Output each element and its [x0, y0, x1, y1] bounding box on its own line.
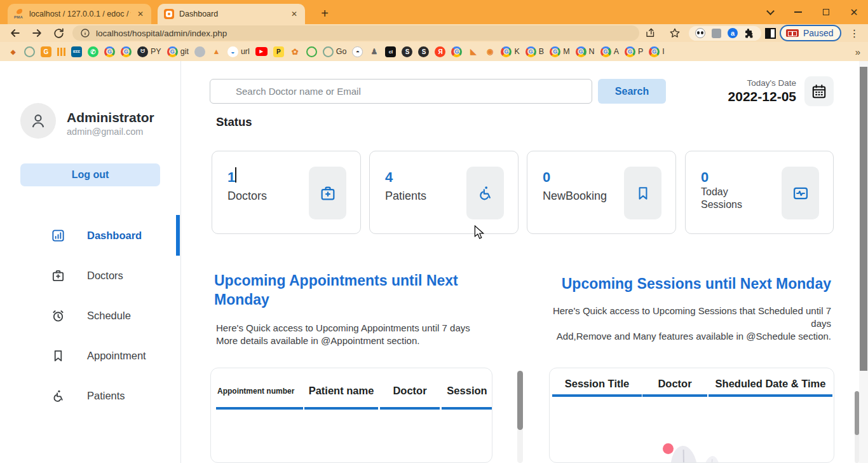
google-icon: [625, 46, 635, 57]
ieee-icon: IEEE: [71, 46, 82, 57]
close-button[interactable]: ✕: [840, 0, 868, 24]
bookmark-label: M: [563, 47, 569, 56]
reload-button[interactable]: [48, 25, 69, 41]
bookmark-item[interactable]: Я: [435, 46, 445, 57]
bookmark-item[interactable]: S: [418, 46, 429, 57]
bookmark-item[interactable]: [121, 46, 132, 57]
sidebar-item-schedule[interactable]: Schedule: [0, 301, 180, 329]
bookmark-item[interactable]: P: [625, 46, 643, 57]
bookmark-item[interactable]: [24, 46, 35, 57]
new-tab-button[interactable]: +: [315, 4, 334, 24]
bookmark-item[interactable]: ◣: [468, 46, 478, 57]
bookmark-item[interactable]: G: [41, 46, 51, 57]
bookmark-item[interactable]: P: [273, 46, 284, 57]
bookmark-icon: [635, 185, 651, 202]
forward-button[interactable]: [27, 25, 47, 41]
bookmark-item[interactable]: git: [167, 46, 189, 57]
a-extension-icon[interactable]: a: [728, 28, 738, 38]
reading-mode-icon[interactable]: [765, 28, 776, 39]
status-card-doctors: 1 Doctors: [212, 151, 361, 234]
bookmark-item[interactable]: [104, 46, 115, 57]
share-button[interactable]: [641, 25, 661, 41]
bookmarks-bar: ◆GIEEE✆ᗢPYgit▲◒url▶P✿Go◓♟clSSЯ◣◉KBMNAPI»: [0, 42, 868, 61]
back-button[interactable]: [5, 25, 25, 41]
sessions-scrollbar[interactable]: [855, 391, 859, 463]
tab-phpmyadmin[interactable]: localhost / 127.0.0.1 / edoc / web ✕: [8, 4, 151, 24]
appointments-scrollbar[interactable]: [517, 371, 523, 463]
card-label: Today Sessions: [701, 186, 771, 211]
scrollbar-thumb[interactable]: [517, 371, 523, 430]
address-bar[interactable]: localhost/hospital/admin/index.php: [72, 25, 639, 41]
bookmark-item[interactable]: K: [501, 46, 519, 57]
restore-button[interactable]: [812, 0, 840, 24]
sidebar-item-dashboard[interactable]: Dashboard: [0, 221, 180, 249]
bookmark-item[interactable]: cl: [385, 46, 396, 57]
bar-chart-icon: [51, 228, 65, 243]
bookmark-item[interactable]: ◉: [484, 46, 495, 57]
google-icon: [451, 46, 462, 57]
bookmark-item[interactable]: [451, 46, 462, 57]
s-site-icon: S: [418, 46, 429, 57]
today-sessions-count: 0: [701, 169, 709, 186]
minimize-button[interactable]: [784, 0, 812, 24]
gray-extension-icon[interactable]: [712, 29, 721, 38]
scrollbar-thumb[interactable]: [860, 67, 867, 371]
bookmark-item[interactable]: ▲: [211, 46, 222, 57]
bookmark-item[interactable]: ◓: [352, 46, 363, 57]
google-icon: [501, 46, 512, 57]
bookmark-item[interactable]: ▶: [255, 47, 268, 56]
pink-blob: [663, 443, 674, 454]
bookmark-item[interactable]: [306, 46, 317, 57]
bookmark-item[interactable]: A: [600, 46, 619, 57]
google-icon: [576, 46, 587, 57]
bookmark-item[interactable]: Go: [323, 46, 347, 57]
logout-button[interactable]: Log out: [20, 163, 160, 186]
browser-menu-button[interactable]: ⋮: [845, 27, 863, 39]
wheelchair-icon: [477, 184, 494, 202]
bookmark-item[interactable]: M: [550, 46, 569, 57]
google-icon: [649, 46, 660, 57]
bookmark-label: K: [514, 47, 519, 56]
sidebar-item-patients[interactable]: Patients: [0, 382, 180, 410]
search-button[interactable]: Search: [598, 79, 666, 104]
sidebar-item-appointment[interactable]: Appointment: [0, 342, 180, 370]
bookmark-item[interactable]: N: [576, 46, 595, 57]
bookmark-item[interactable]: S: [402, 46, 412, 57]
bookmark-item[interactable]: ◒url: [227, 46, 250, 57]
bookmark-item[interactable]: ᗢPY: [137, 46, 161, 57]
bookmark-item[interactable]: ✿: [290, 46, 301, 57]
bookmark-star-button[interactable]: [665, 25, 685, 41]
page-scrollbar[interactable]: [859, 61, 868, 463]
date-block: Today's Date 2022-12-05: [728, 78, 796, 104]
date-value: 2022-12-05: [728, 89, 796, 104]
scrollbar-thumb[interactable]: [855, 391, 859, 435]
tab-close-icon[interactable]: ✕: [290, 8, 299, 20]
bookmarks-overflow-chevron[interactable]: »: [855, 46, 860, 57]
card-label: Patients: [385, 190, 455, 203]
sidebar-item-doctors[interactable]: Doctors: [0, 261, 180, 289]
avatar: [20, 103, 56, 139]
adblock-badge-icon: [786, 29, 799, 37]
extensions-puzzle-icon[interactable]: [744, 28, 755, 39]
bookmark-item[interactable]: IEEE: [71, 46, 82, 57]
search-input[interactable]: [210, 79, 592, 104]
paused-extension-badge[interactable]: Paused: [780, 25, 841, 41]
panda-extension-icon[interactable]: [695, 28, 705, 38]
tab-search-chevron-icon[interactable]: [756, 0, 784, 24]
wheelchair-icon: [51, 389, 65, 403]
google-icon: [600, 46, 611, 57]
sessions-section-description: Here's Quick access to Upcoming Sessions…: [537, 305, 831, 343]
tab-close-icon[interactable]: ✕: [136, 8, 145, 20]
calendar-button[interactable]: [804, 76, 834, 106]
tab-dashboard[interactable]: Dashboard ✕: [158, 4, 305, 24]
description-line: Here's Quick access to Upcoming Sessions…: [537, 305, 831, 330]
bookmark-item[interactable]: B: [526, 46, 544, 57]
bookmark-item[interactable]: ♟: [369, 46, 379, 57]
bookmark-item[interactable]: ◆: [8, 46, 18, 57]
bookmark-item[interactable]: [57, 48, 65, 56]
bookmark-item[interactable]: ✆: [88, 46, 98, 57]
sessions-section-title: Upcoming Sessions until Next Monday: [537, 274, 831, 293]
session-pulse-icon: [792, 184, 810, 202]
bookmark-item[interactable]: I: [649, 46, 664, 57]
bookmark-item[interactable]: [194, 46, 205, 57]
